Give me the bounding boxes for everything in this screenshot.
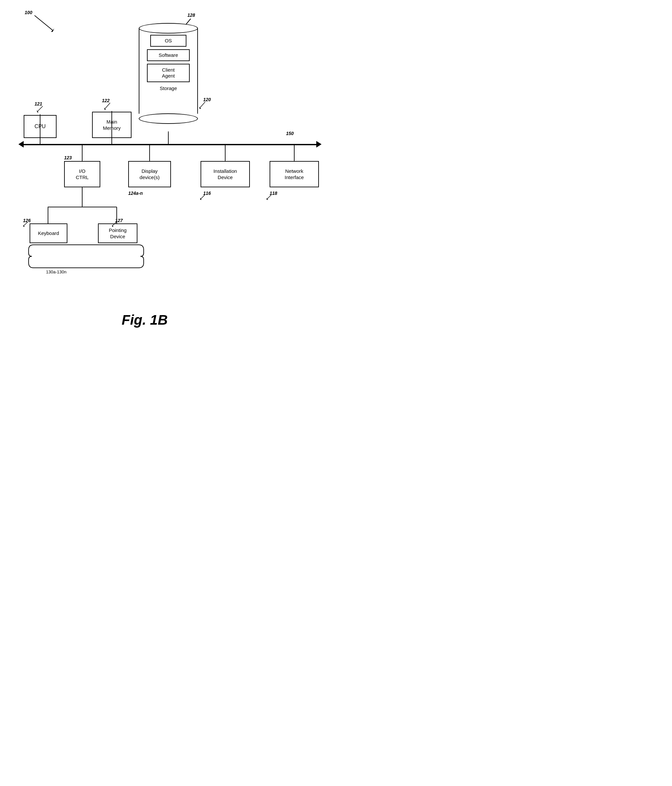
installation-device-box: InstallationDevice — [201, 161, 250, 187]
svg-line-16 — [113, 222, 116, 225]
keyboard-box: Keyboard — [30, 223, 68, 243]
io-branch-hline — [48, 207, 117, 208]
display-vline — [149, 145, 150, 162]
bus-line — [24, 144, 316, 145]
client-agent-box: ClientAgent — [147, 64, 190, 82]
os-box: OS — [150, 35, 186, 47]
network-interface-box: NetworkInterface — [269, 161, 319, 187]
ref-126-arrow — [23, 221, 29, 227]
ref-150: 150 — [286, 131, 294, 136]
ref-122-arrow — [104, 102, 113, 110]
svg-line-6 — [38, 106, 43, 111]
io-ctrl-vline-up — [82, 145, 82, 162]
storage-label: Storage — [160, 85, 177, 91]
ref-120-arrow — [198, 100, 208, 110]
ref-127-arrow — [112, 221, 118, 227]
pointing-device-box: PointingDevice — [98, 223, 137, 243]
ref-121-arrow — [36, 105, 46, 112]
display-devices-box: Displaydevice(s) — [128, 161, 171, 187]
software-box: Software — [147, 49, 190, 61]
bus-arrow-right — [316, 141, 321, 148]
fig-caption: Fig. 1B — [122, 312, 168, 328]
bus-arrow-left — [19, 141, 24, 148]
svg-line-0 — [35, 16, 53, 30]
keyboard-vline — [48, 207, 48, 223]
storage-vline — [168, 131, 168, 145]
network-vline — [294, 145, 294, 162]
ref-100-arrow — [31, 14, 58, 33]
ref-116-arrow — [200, 194, 206, 200]
brace-label: 130a-130n — [46, 269, 66, 274]
svg-line-14 — [24, 222, 28, 225]
svg-line-12 — [267, 195, 271, 199]
ref-123: 123 — [64, 155, 72, 160]
main-memory-vline — [112, 111, 112, 145]
svg-line-10 — [201, 195, 205, 199]
cpu-vline — [40, 114, 41, 144]
installation-vline — [225, 145, 225, 162]
io-ctrl-box: I/OCTRL — [64, 161, 100, 187]
diagram: 100 128 OS Software ClientAgent Storage … — [0, 0, 336, 393]
io-ctrl-vline-down — [82, 187, 82, 207]
ref-118-arrow — [266, 194, 273, 200]
svg-line-4 — [200, 102, 205, 107]
svg-line-8 — [105, 103, 110, 108]
brace-130 — [27, 243, 145, 269]
ref-124: 124a-n — [128, 190, 143, 196]
cylinder-storage: OS Software ClientAgent Storage — [139, 23, 198, 124]
